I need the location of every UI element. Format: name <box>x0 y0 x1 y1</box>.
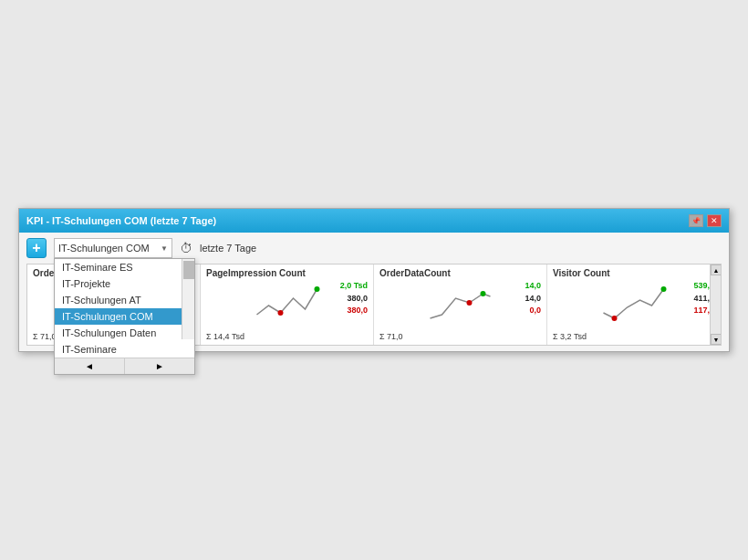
close-button[interactable]: ✕ <box>707 214 722 227</box>
dropdown-scroll-thumb[interactable] <box>183 261 194 279</box>
dropdown-bottom-nav: ◄ ► <box>55 358 194 374</box>
kpi-val-mid-pageimpression: 380,0 <box>347 293 368 306</box>
kpi-val-bot-pageimpression: 380,0 <box>347 305 368 317</box>
dropdown-item-it-schulungen-at[interactable]: IT-Schulungen AT <box>55 292 182 308</box>
svg-point-2 <box>278 310 284 316</box>
kpi-val-mid-orderdatacount: 14,0 <box>525 293 541 306</box>
scroll-down-btn[interactable]: ▼ <box>711 334 722 345</box>
dropdown-item-it-schulungen-daten[interactable]: IT-Schulungen Daten <box>55 325 182 341</box>
sparkline-orderdatacount <box>379 280 541 321</box>
dropdown-item-it-projekte[interactable]: IT-Projekte <box>55 275 182 292</box>
kpi-scrollbar: ▲ ▼ <box>710 264 721 345</box>
dropdown-scroll-left-btn[interactable]: ◄ <box>55 358 125 374</box>
dropdown-scroll-right-btn[interactable]: ► <box>125 358 194 374</box>
kpi-title-orderdatacount: OrderDataCount <box>379 268 541 278</box>
dropdown-popup: IT-Seminare ES IT-Projekte IT-Schulungen… <box>54 258 195 375</box>
kpi-sum-pageimpression: Σ 14,4 Tsd <box>206 332 368 341</box>
window-controls: 📌 ✕ <box>689 214 722 227</box>
dropdown-item-it-seminare[interactable]: IT-Seminare <box>55 341 182 358</box>
dropdown-container: IT-Schulungen COM ▼ IT-Seminare ES IT-Pr… <box>54 238 172 258</box>
add-kpi-button[interactable]: + <box>26 238 47 258</box>
dropdown-popup-inner: IT-Seminare ES IT-Projekte IT-Schulungen… <box>55 259 194 358</box>
clock-icon: ⏱ <box>180 241 192 255</box>
kpi-sum-visitorcount: Σ 3,2 Tsd <box>553 332 714 341</box>
dropdown-current-value: IT-Schulungen COM <box>58 243 161 254</box>
kpi-title-pageimpression: PageImpression Count <box>206 268 368 278</box>
titlebar: KPI - IT-Schulungen COM (letzte 7 Tage) … <box>19 209 729 233</box>
period-label: letzte 7 Tage <box>200 243 256 254</box>
svg-point-7 <box>661 286 667 292</box>
dropdown-scrollbar <box>182 259 194 339</box>
pin-icon: 📌 <box>691 217 701 225</box>
svg-point-4 <box>467 300 473 306</box>
svg-point-6 <box>612 316 618 321</box>
kpi-title-visitorcount: Visitor Count <box>553 268 714 278</box>
kpi-val-top-pageimpression: 2,0 Tsd <box>340 280 368 293</box>
svg-point-3 <box>315 286 320 292</box>
dropdown-trigger[interactable]: IT-Schulungen COM ▼ <box>54 238 172 258</box>
kpi-panel-orderdatacount: OrderDataCount 14,0 14,0 0,0 Σ 71,0 <box>374 264 547 345</box>
dropdown-item-it-schulungen-com[interactable]: IT-Schulungen COM <box>55 308 182 325</box>
scroll-track <box>711 275 721 334</box>
kpi-val-bot-orderdatacount: 0,0 <box>529 305 541 317</box>
pin-button[interactable]: 📌 <box>689 214 703 227</box>
dropdown-items-list: IT-Seminare ES IT-Projekte IT-Schulungen… <box>55 259 194 358</box>
kpi-window: KPI - IT-Schulungen COM (letzte 7 Tage) … <box>18 208 730 352</box>
sparkline-visitorcount <box>553 280 714 321</box>
scroll-up-btn[interactable]: ▲ <box>711 264 722 275</box>
toolbar-row: + IT-Schulungen COM ▼ IT-Seminare ES IT-… <box>26 238 722 258</box>
kpi-val-top-orderdatacount: 14,0 <box>525 280 541 293</box>
kpi-values-orderdatacount: 14,0 14,0 0,0 <box>525 280 541 317</box>
kpi-panel-visitorcount: Visitor Count 539,0 411,0 117,0 Σ 3,2 Ts… <box>547 264 721 345</box>
kpi-panel-pageimpression: PageImpression Count 2,0 Tsd 380,0 380,0… <box>201 264 374 345</box>
dropdown-arrow-icon: ▼ <box>161 244 168 253</box>
dropdown-item-it-seminare-es[interactable]: IT-Seminare ES <box>55 259 182 275</box>
kpi-values-pageimpression: 2,0 Tsd 380,0 380,0 <box>340 280 368 317</box>
kpi-content-orderdatacount: 14,0 14,0 0,0 <box>379 280 541 330</box>
kpi-content-visitorcount: 539,0 411,0 117,0 <box>553 280 714 330</box>
svg-point-5 <box>481 291 486 296</box>
kpi-sum-orderdatacount: Σ 71,0 <box>379 332 541 341</box>
close-icon: ✕ <box>711 216 718 225</box>
kpi-content-pageimpression: 2,0 Tsd 380,0 380,0 <box>206 280 368 330</box>
window-title: KPI - IT-Schulungen COM (letzte 7 Tage) <box>26 215 216 226</box>
add-icon: + <box>32 241 40 255</box>
window-body: + IT-Schulungen COM ▼ IT-Seminare ES IT-… <box>19 233 729 351</box>
